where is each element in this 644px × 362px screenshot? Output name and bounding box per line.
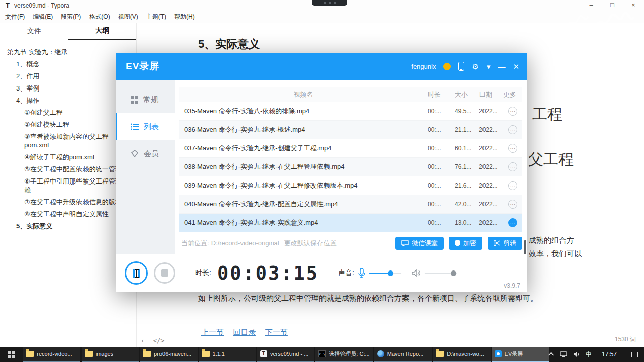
chevron-down-icon[interactable]: ▾: [487, 63, 491, 70]
action-center-button[interactable]: [627, 347, 642, 362]
menu-help[interactable]: 帮助(H): [174, 13, 195, 21]
outline-item[interactable]: 1、概念: [0, 60, 132, 68]
video-row[interactable]: 037-Maven 命令行-实验九-继承-创建父子工程.mp4 00:... 6…: [179, 139, 522, 158]
edit-clip-button[interactable]: 剪辑: [488, 237, 522, 250]
outline-item-active[interactable]: 5、实际意义: [0, 222, 132, 230]
outline-item[interactable]: ⑤在父工程中配置依赖的统一管理: [0, 165, 132, 173]
tab-outline[interactable]: 大纲: [68, 26, 137, 40]
stop-record-button[interactable]: [154, 262, 175, 284]
taskbar-item-folder-images[interactable]: images: [82, 347, 139, 362]
video-duration: 00:...: [428, 201, 455, 208]
outline-item[interactable]: 第九节 实验九：继承: [0, 48, 132, 56]
more-options-icon[interactable]: ⋯: [508, 125, 517, 134]
taskbar-item-cmd[interactable]: C:\ 选择管理员: C:...: [315, 347, 373, 362]
more-options-icon[interactable]: ⋯: [508, 200, 517, 209]
network-icon[interactable]: [560, 351, 567, 357]
outline-item[interactable]: ⑥子工程中引用那些被父工程管理 依赖: [0, 177, 132, 194]
clock[interactable]: 17:57: [598, 351, 621, 358]
wechat-class-button[interactable]: 微信课堂: [395, 237, 444, 250]
save-path[interactable]: D:/record-video-original: [211, 239, 279, 247]
video-row[interactable]: 039-Maven 命令行-实验九-继承-在父工程修改依赖版本.mp4 00:.…: [179, 176, 522, 195]
more-options-icon[interactable]: ⋯: [508, 107, 517, 116]
video-duration: 00:...: [428, 108, 455, 115]
column-header-size[interactable]: 大小: [455, 90, 479, 99]
speaker-icon[interactable]: [412, 269, 421, 277]
ev-close-button[interactable]: ✕: [513, 63, 519, 70]
input-method-indicator[interactable]: 中: [586, 350, 592, 359]
video-row[interactable]: 038-Maven 命令行-实验九-继承-在父工程管理依赖.mp4 00:...…: [179, 158, 522, 176]
windows-logo-icon: [8, 351, 15, 358]
pause-record-button[interactable]: [125, 261, 148, 285]
desktop: T verse09.md - Typora – □ × 文件(F) 编辑(E) …: [0, 0, 644, 362]
mic-volume-slider[interactable]: [369, 273, 401, 274]
ev-floating-bar[interactable]: [312, 0, 347, 6]
outline-item[interactable]: 3、举例: [0, 84, 132, 93]
taskbar-item-folder-maven-wo[interactable]: D:\maven-wo...: [433, 347, 490, 362]
taskbar-item-ev-recorder[interactable]: EV录屏: [492, 347, 549, 362]
change-save-path-link[interactable]: 更改默认保存位置: [284, 239, 337, 248]
outline-item[interactable]: ④解读子工程的pom.xml: [0, 153, 132, 161]
menu-view[interactable]: 视图(V): [118, 13, 138, 21]
tab-files[interactable]: 文件: [0, 27, 68, 40]
account-name[interactable]: fengunix: [411, 63, 436, 70]
taskbar-item-folder-record-video[interactable]: record-video...: [23, 347, 80, 362]
encrypt-button[interactable]: 加密: [449, 237, 482, 250]
outline-item[interactable]: ⑧在父工程中声明自定义属性: [0, 210, 132, 218]
column-header-date[interactable]: 日期: [479, 90, 503, 99]
typora-minimize-button[interactable]: –: [581, 0, 602, 11]
more-options-icon[interactable]: ⋯: [508, 181, 517, 190]
taskbar-item-browser-maven-repo[interactable]: Maven Repo...: [374, 347, 432, 362]
link-previous-section[interactable]: 上一节: [201, 328, 224, 336]
taskbar-item-label: EV录屏: [505, 350, 523, 358]
column-header-more[interactable]: 更多: [503, 90, 522, 99]
typora-maximize-button[interactable]: □: [602, 0, 623, 11]
microphone-icon[interactable]: [358, 268, 365, 278]
outline-item[interactable]: 4、操作: [0, 96, 132, 105]
menu-format[interactable]: 格式(O): [89, 13, 110, 21]
sidebar-item-general[interactable]: 常规: [116, 86, 175, 113]
sidebar-item-list[interactable]: 列表: [116, 113, 175, 140]
outline-item[interactable]: ①创建父工程: [0, 108, 132, 117]
speaker-volume-slider[interactable]: [425, 273, 457, 274]
video-row[interactable]: 035-Maven 命令行-实验八-依赖的排除.mp4 00:... 49.5.…: [179, 102, 522, 121]
outline-item[interactable]: ③查看被添加新内容的父工程 pom.xml: [0, 132, 132, 149]
taskbar-item-folder-111[interactable]: 1.1.1: [199, 347, 256, 362]
action-center-icon: [631, 352, 638, 357]
video-row[interactable]: 040-Maven 命令行-实验九-继承-配置自定义属性.mp4 00:... …: [179, 195, 522, 214]
menu-file[interactable]: 文件(F): [5, 13, 25, 21]
outline-item[interactable]: ②创建模块工程: [0, 120, 132, 129]
link-next-section[interactable]: 下一节: [265, 328, 288, 336]
video-name: 036-Maven 命令行-实验九-继承-概述.mp4: [179, 125, 428, 134]
ev-sidebar: 常规 列表 会员: [116, 80, 175, 254]
hidden-icons-caret[interactable]: [548, 352, 554, 358]
more-options-icon[interactable]: ⋯: [508, 144, 517, 153]
volume-icon[interactable]: [573, 351, 580, 357]
menu-edit[interactable]: 编辑(E): [33, 13, 53, 21]
column-header-name[interactable]: 视频名: [179, 90, 428, 99]
start-button[interactable]: [0, 347, 23, 362]
video-row[interactable]: 036-Maven 命令行-实验九-继承-概述.mp4 00:... 21.1.…: [179, 121, 522, 139]
link-table-of-contents[interactable]: 回目录: [233, 328, 256, 336]
taskbar-item-folder-pro06[interactable]: pro06-maven...: [140, 347, 197, 362]
typora-close-button[interactable]: ×: [623, 0, 644, 11]
diagram-text-fragment: 父工程: [528, 149, 574, 170]
avatar[interactable]: [443, 63, 451, 70]
ev-minimize-button[interactable]: —: [498, 63, 505, 70]
more-options-icon[interactable]: ⋯: [508, 162, 517, 171]
column-header-duration[interactable]: 时长: [428, 90, 455, 99]
outline-item[interactable]: 2、作用: [0, 72, 132, 80]
taskbar-item-typora[interactable]: T verse09.md - ...: [257, 347, 314, 362]
duration-label: 时长:: [195, 268, 211, 278]
video-duration: 00:...: [428, 145, 455, 152]
mobile-app-icon[interactable]: [458, 62, 464, 71]
menu-paragraph[interactable]: 段落(P): [61, 13, 81, 21]
settings-gear-icon[interactable]: ⚙: [472, 63, 478, 70]
sidebar-toggle-icon[interactable]: ‹: [141, 337, 144, 344]
sidebar-item-membership[interactable]: 会员: [116, 140, 175, 167]
browser-icon: [377, 350, 384, 357]
menu-theme[interactable]: 主题(T): [146, 13, 166, 21]
source-code-mode-icon[interactable]: </>: [153, 337, 165, 344]
more-options-icon[interactable]: ⋯: [508, 218, 517, 227]
video-row-selected[interactable]: 041-Maven 命令行-实验九-继承-实践意义.mp4 00:... 13.…: [179, 214, 522, 232]
outline-item[interactable]: ⑦在父工程中升级依赖信息的版本: [0, 198, 132, 206]
